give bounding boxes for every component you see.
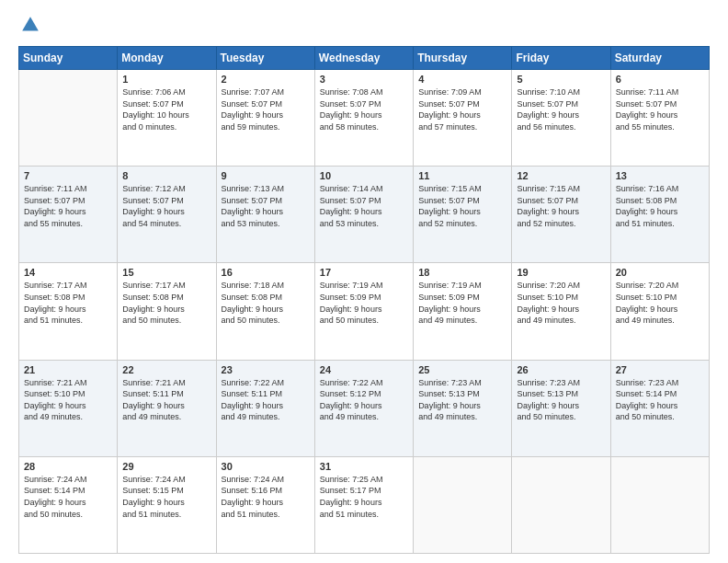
day-number: 23 [222, 364, 310, 375]
day-number: 25 [418, 364, 506, 375]
day-info: Sunrise: 7:21 AMSunset: 5:10 PMDaylight:… [24, 377, 112, 423]
day-info: Sunrise: 7:23 AMSunset: 5:13 PMDaylight:… [418, 377, 506, 423]
day-number: 4 [418, 74, 506, 85]
day-info: Sunrise: 7:09 AMSunset: 5:07 PMDaylight:… [418, 86, 506, 132]
day-number: 5 [517, 74, 605, 85]
day-info: Sunrise: 7:15 AMSunset: 5:07 PMDaylight:… [418, 183, 506, 229]
calendar-day-cell: 20Sunrise: 7:20 AMSunset: 5:10 PMDayligh… [610, 263, 709, 360]
day-number: 17 [320, 267, 408, 278]
page: SundayMondayTuesdayWednesdayThursdayFrid… [0, 0, 728, 563]
day-info: Sunrise: 7:23 AMSunset: 5:14 PMDaylight:… [616, 377, 704, 423]
day-info: Sunrise: 7:23 AMSunset: 5:13 PMDaylight:… [517, 377, 605, 423]
day-info: Sunrise: 7:17 AMSunset: 5:08 PMDaylight:… [122, 280, 210, 326]
day-number: 2 [222, 74, 310, 85]
calendar-week-row: 7Sunrise: 7:11 AMSunset: 5:07 PMDaylight… [19, 167, 710, 263]
day-info: Sunrise: 7:24 AMSunset: 5:15 PMDaylight:… [122, 474, 210, 520]
day-number: 26 [517, 364, 605, 375]
day-number: 6 [616, 74, 704, 85]
day-number: 31 [320, 461, 408, 472]
day-info: Sunrise: 7:22 AMSunset: 5:11 PMDaylight:… [222, 377, 310, 423]
calendar-day-cell: 23Sunrise: 7:22 AMSunset: 5:11 PMDayligh… [216, 360, 314, 456]
day-number: 16 [222, 267, 310, 278]
day-info: Sunrise: 7:16 AMSunset: 5:08 PMDaylight:… [616, 183, 704, 229]
calendar-day-cell: 28Sunrise: 7:24 AMSunset: 5:14 PMDayligh… [19, 456, 118, 553]
day-info: Sunrise: 7:24 AMSunset: 5:14 PMDaylight:… [24, 474, 112, 520]
day-info: Sunrise: 7:21 AMSunset: 5:11 PMDaylight:… [122, 377, 210, 423]
day-info: Sunrise: 7:14 AMSunset: 5:07 PMDaylight:… [320, 183, 408, 229]
calendar-day-cell [610, 456, 709, 553]
day-number: 21 [24, 364, 112, 375]
day-info: Sunrise: 7:20 AMSunset: 5:10 PMDaylight:… [517, 280, 605, 326]
logo [18, 15, 40, 39]
day-number: 15 [122, 267, 210, 278]
calendar-day-cell: 27Sunrise: 7:23 AMSunset: 5:14 PMDayligh… [610, 360, 709, 456]
calendar-day-cell: 12Sunrise: 7:15 AMSunset: 5:07 PMDayligh… [512, 167, 610, 263]
day-number: 19 [517, 267, 605, 278]
day-info: Sunrise: 7:18 AMSunset: 5:08 PMDaylight:… [222, 280, 310, 326]
calendar-day-cell: 8Sunrise: 7:12 AMSunset: 5:07 PMDaylight… [118, 167, 216, 263]
day-number: 10 [320, 170, 408, 181]
calendar-day-cell: 30Sunrise: 7:24 AMSunset: 5:16 PMDayligh… [216, 456, 314, 553]
day-number: 30 [222, 461, 310, 472]
calendar-week-row: 21Sunrise: 7:21 AMSunset: 5:10 PMDayligh… [19, 360, 710, 456]
day-number: 12 [517, 170, 605, 181]
calendar-day-cell: 6Sunrise: 7:11 AMSunset: 5:07 PMDaylight… [610, 70, 709, 167]
calendar-day-cell: 24Sunrise: 7:22 AMSunset: 5:12 PMDayligh… [314, 360, 413, 456]
calendar-day-cell: 15Sunrise: 7:17 AMSunset: 5:08 PMDayligh… [118, 263, 216, 360]
weekday-header-row: SundayMondayTuesdayWednesdayThursdayFrid… [19, 47, 710, 70]
calendar-day-cell: 7Sunrise: 7:11 AMSunset: 5:07 PMDaylight… [19, 167, 118, 263]
calendar-day-cell: 19Sunrise: 7:20 AMSunset: 5:10 PMDayligh… [512, 263, 610, 360]
calendar-day-cell: 26Sunrise: 7:23 AMSunset: 5:13 PMDayligh… [512, 360, 610, 456]
day-info: Sunrise: 7:11 AMSunset: 5:07 PMDaylight:… [616, 86, 704, 132]
day-info: Sunrise: 7:22 AMSunset: 5:12 PMDaylight:… [320, 377, 408, 423]
calendar-day-cell: 13Sunrise: 7:16 AMSunset: 5:08 PMDayligh… [610, 167, 709, 263]
day-number: 24 [320, 364, 408, 375]
calendar-day-cell [19, 70, 118, 167]
calendar-day-cell: 21Sunrise: 7:21 AMSunset: 5:10 PMDayligh… [19, 360, 118, 456]
day-info: Sunrise: 7:08 AMSunset: 5:07 PMDaylight:… [320, 86, 408, 132]
calendar-day-cell: 1Sunrise: 7:06 AMSunset: 5:07 PMDaylight… [118, 70, 216, 167]
day-info: Sunrise: 7:13 AMSunset: 5:07 PMDaylight:… [222, 183, 310, 229]
calendar-day-cell [414, 456, 512, 553]
day-info: Sunrise: 7:06 AMSunset: 5:07 PMDaylight:… [122, 86, 210, 132]
calendar-day-cell: 2Sunrise: 7:07 AMSunset: 5:07 PMDaylight… [216, 70, 314, 167]
day-number: 20 [616, 267, 704, 278]
day-number: 14 [24, 267, 112, 278]
calendar-day-cell: 25Sunrise: 7:23 AMSunset: 5:13 PMDayligh… [414, 360, 512, 456]
day-info: Sunrise: 7:25 AMSunset: 5:17 PMDaylight:… [320, 474, 408, 520]
weekday-header-thursday: Thursday [414, 47, 512, 70]
day-number: 3 [320, 74, 408, 85]
calendar-week-row: 28Sunrise: 7:24 AMSunset: 5:14 PMDayligh… [19, 456, 710, 553]
day-number: 8 [122, 170, 210, 181]
calendar-day-cell: 4Sunrise: 7:09 AMSunset: 5:07 PMDaylight… [414, 70, 512, 167]
calendar-day-cell: 18Sunrise: 7:19 AMSunset: 5:09 PMDayligh… [414, 263, 512, 360]
calendar-week-row: 1Sunrise: 7:06 AMSunset: 5:07 PMDaylight… [19, 70, 710, 167]
day-info: Sunrise: 7:20 AMSunset: 5:10 PMDaylight:… [616, 280, 704, 326]
calendar-day-cell: 22Sunrise: 7:21 AMSunset: 5:11 PMDayligh… [118, 360, 216, 456]
day-number: 27 [616, 364, 704, 375]
day-info: Sunrise: 7:11 AMSunset: 5:07 PMDaylight:… [24, 183, 112, 229]
header [18, 15, 710, 39]
day-number: 29 [122, 461, 210, 472]
calendar-day-cell: 17Sunrise: 7:19 AMSunset: 5:09 PMDayligh… [314, 263, 413, 360]
calendar-day-cell: 9Sunrise: 7:13 AMSunset: 5:07 PMDaylight… [216, 167, 314, 263]
day-info: Sunrise: 7:12 AMSunset: 5:07 PMDaylight:… [122, 183, 210, 229]
calendar-day-cell: 16Sunrise: 7:18 AMSunset: 5:08 PMDayligh… [216, 263, 314, 360]
day-number: 11 [418, 170, 506, 181]
weekday-header-monday: Monday [118, 47, 216, 70]
calendar-day-cell: 29Sunrise: 7:24 AMSunset: 5:15 PMDayligh… [118, 456, 216, 553]
weekday-header-sunday: Sunday [19, 47, 118, 70]
calendar-header: SundayMondayTuesdayWednesdayThursdayFrid… [19, 47, 710, 70]
day-number: 7 [24, 170, 112, 181]
calendar-day-cell: 5Sunrise: 7:10 AMSunset: 5:07 PMDaylight… [512, 70, 610, 167]
day-number: 28 [24, 461, 112, 472]
day-info: Sunrise: 7:19 AMSunset: 5:09 PMDaylight:… [418, 280, 506, 326]
weekday-header-tuesday: Tuesday [216, 47, 314, 70]
logo-icon [20, 15, 40, 35]
day-info: Sunrise: 7:10 AMSunset: 5:07 PMDaylight:… [517, 86, 605, 132]
day-number: 13 [616, 170, 704, 181]
calendar-week-row: 14Sunrise: 7:17 AMSunset: 5:08 PMDayligh… [19, 263, 710, 360]
calendar-table: SundayMondayTuesdayWednesdayThursdayFrid… [18, 46, 710, 554]
calendar-day-cell [512, 456, 610, 553]
calendar-day-cell: 31Sunrise: 7:25 AMSunset: 5:17 PMDayligh… [314, 456, 413, 553]
